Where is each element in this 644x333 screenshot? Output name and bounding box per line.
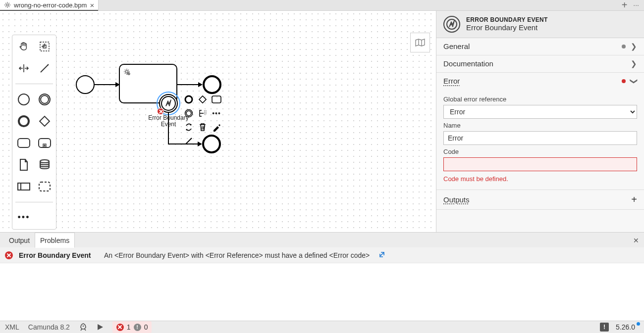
sequence-flow[interactable] [95, 84, 116, 85]
rocket-icon [79, 323, 88, 332]
svg-point-10 [40, 160, 49, 163]
tab-problems[interactable]: Problems [35, 233, 75, 248]
svg-point-13 [126, 70, 128, 73]
problem-message: An <Error Boundary Event> with <Error Re… [104, 251, 370, 259]
new-tab-button[interactable]: + [622, 1, 628, 8]
data-store-tool[interactable] [36, 157, 53, 172]
section-title: Documentation [443, 59, 493, 68]
close-icon[interactable]: × [90, 1, 94, 9]
section-error[interactable]: Error ❯ [436, 73, 644, 90]
warning-badge-icon: ! [134, 324, 141, 331]
start-event-node[interactable] [76, 75, 95, 94]
tab-bar: wrong-no-error-code.bpm × + ··· [0, 0, 644, 11]
data-object-tool[interactable] [15, 157, 32, 172]
add-output-button[interactable]: + [631, 194, 637, 205]
section-documentation[interactable]: Documentation ❯ [436, 55, 644, 72]
play-icon [97, 323, 104, 331]
gear-icon [4, 1, 11, 8]
svg-rect-17 [212, 96, 221, 103]
element-type-label: ERROR BOUNDARY EVENT [466, 16, 548, 23]
tool-palette: ••• [12, 35, 56, 230]
properties-panel: ERROR BOUNDARY EVENT Error Boundary Even… [436, 11, 644, 232]
append-end-event[interactable] [183, 94, 194, 105]
change-type[interactable] [183, 122, 194, 133]
error-code-input[interactable] [443, 157, 637, 171]
append-text-annotation[interactable] [197, 108, 208, 119]
feedback-button[interactable]: ! [600, 323, 609, 332]
global-error-reference-select[interactable]: Error [443, 105, 637, 119]
svg-rect-6 [40, 116, 50, 126]
append-gateway[interactable] [197, 94, 208, 105]
append-task[interactable] [211, 94, 222, 105]
svg-point-21 [186, 129, 187, 130]
error-badge-icon [157, 108, 164, 115]
error-name-input[interactable] [443, 131, 637, 145]
file-tab[interactable]: wrong-no-error-code.bpm × [0, 0, 99, 10]
diagram-canvas[interactable]: ••• [0, 11, 436, 232]
bottom-tab-strip: Output Problems ✕ [0, 232, 644, 247]
view-xml-button[interactable]: XML [5, 323, 19, 331]
color-picker[interactable] [211, 122, 222, 133]
connect-tool[interactable] [36, 61, 53, 76]
field-label: Global error reference [443, 95, 637, 103]
sequence-flow[interactable] [168, 113, 169, 144]
problems-counter[interactable]: 1 ! 0 [112, 321, 152, 333]
section-title: General [443, 42, 470, 50]
svg-rect-16 [199, 96, 206, 103]
context-more[interactable]: ••• [211, 108, 222, 119]
error-boundary-event-icon [443, 16, 460, 33]
context-pad: ••• [183, 94, 222, 146]
version-label[interactable]: 5.26.0 [616, 323, 639, 331]
subprocess-tool[interactable] [36, 136, 53, 150]
error-dot-icon [622, 79, 626, 83]
arrow-head-icon [198, 82, 203, 87]
file-tab-title: wrong-no-error-code.bpm [14, 1, 87, 9]
intermediate-event-tool[interactable] [36, 92, 53, 107]
start-event-tool[interactable] [15, 92, 32, 107]
deploy-button[interactable] [79, 323, 88, 332]
more-tools[interactable]: ••• [15, 210, 32, 225]
append-intermediate-event[interactable] [183, 108, 194, 119]
section-title: Error [443, 77, 460, 85]
hand-tool[interactable] [15, 39, 32, 54]
gateway-tool[interactable] [36, 114, 53, 129]
status-bar: XML Camunda 8.2 1 ! 0 ! 5.26.0 [0, 321, 644, 333]
field-label: Name [443, 122, 637, 129]
start-instance-button[interactable] [97, 323, 104, 331]
error-badge-icon [116, 324, 124, 331]
sequence-flow[interactable] [177, 84, 199, 85]
lasso-tool[interactable] [36, 39, 53, 54]
section-title: Outputs [443, 195, 470, 204]
svg-point-19 [186, 111, 191, 116]
space-tool[interactable] [15, 61, 32, 76]
task-tool[interactable] [15, 136, 32, 150]
error-badge-icon [5, 251, 13, 259]
properties-header: ERROR BOUNDARY EVENT Error Boundary Even… [436, 11, 644, 38]
problem-row[interactable]: Error Boundary Event An <Error Boundary … [0, 247, 644, 263]
close-panel-icon[interactable]: ✕ [633, 237, 639, 244]
group-tool[interactable] [36, 179, 53, 194]
problems-panel: Error Boundary Event An <Error Boundary … [0, 247, 644, 321]
section-general[interactable]: General ❯ [436, 38, 644, 55]
svg-rect-12 [39, 182, 50, 191]
svg-point-2 [18, 94, 29, 105]
end-event-tool[interactable] [15, 114, 32, 129]
more-icon[interactable]: ··· [633, 1, 639, 9]
chevron-right-icon: ❯ [631, 42, 637, 51]
minimap-toggle[interactable] [410, 33, 430, 52]
pool-tool[interactable] [15, 179, 32, 194]
chevron-right-icon: ❯ [631, 59, 637, 68]
connect[interactable] [183, 136, 194, 146]
warning-count: 0 [144, 323, 148, 331]
end-event-node[interactable] [203, 75, 221, 94]
external-link-icon[interactable] [378, 251, 385, 259]
svg-point-0 [6, 4, 8, 6]
error-count: 1 [127, 323, 131, 331]
section-outputs[interactable]: Outputs + [436, 190, 644, 209]
field-label: Code [443, 148, 637, 155]
delete[interactable] [197, 122, 208, 133]
platform-label[interactable]: Camunda 8.2 [28, 323, 70, 331]
tab-output[interactable]: Output [4, 233, 35, 247]
map-icon [415, 38, 426, 47]
svg-point-15 [185, 96, 192, 103]
